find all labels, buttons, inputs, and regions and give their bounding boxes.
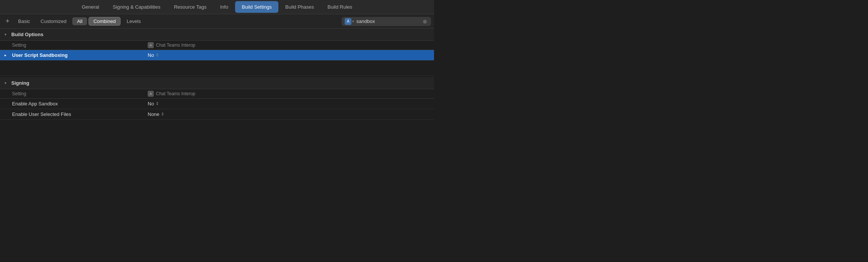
signing-chevron: ▾ <box>5 81 9 85</box>
main-content: ▾ Build Options Setting A Chat Teams Int… <box>0 29 434 131</box>
table-row[interactable]: ▸ User Script Sandboxing No ⇕ <box>0 50 434 61</box>
top-navigation: General Signing & Capabilities Resource … <box>0 0 434 14</box>
value-stepper-icon[interactable]: ⇕ <box>156 101 159 106</box>
signing-section-header[interactable]: ▾ Signing <box>0 77 434 89</box>
search-app-icon: A <box>345 18 351 25</box>
table-row[interactable]: Enable User Selected Files None ⇕ <box>0 109 434 120</box>
signing-title: Signing <box>11 80 29 86</box>
tab-signing-capabilities[interactable]: Signing & Capabilities <box>106 1 167 13</box>
build-options-chevron: ▾ <box>5 32 9 37</box>
signing-col-header-setting: Setting <box>5 91 148 96</box>
tab-resource-tags[interactable]: Resource Tags <box>167 1 213 13</box>
signing-col-header-project: A Chat Teams Interop <box>148 91 196 97</box>
tab-build-rules[interactable]: Build Rules <box>321 1 359 13</box>
tab-general[interactable]: General <box>75 1 106 13</box>
filter-basic[interactable]: Basic <box>14 17 35 25</box>
filter-combined[interactable]: Combined <box>89 17 121 26</box>
value-text: None <box>148 111 159 117</box>
build-options-col-headers: Setting A Chat Teams Interop <box>0 41 434 50</box>
tab-info[interactable]: Info <box>213 1 235 13</box>
build-options-title: Build Options <box>11 32 43 37</box>
signing-col-project-label: Chat Teams Interop <box>156 91 196 96</box>
toolbar: + Basic Customized All Combined Levels A… <box>0 14 434 29</box>
row-value: None ⇕ <box>148 111 164 117</box>
value-stepper-icon[interactable]: ⇕ <box>161 112 164 117</box>
filter-levels[interactable]: Levels <box>122 17 145 25</box>
filter-customized[interactable]: Customized <box>36 17 71 25</box>
value-stepper-icon[interactable]: ⇕ <box>156 53 159 58</box>
row-setting-name: Enable User Selected Files <box>11 111 148 117</box>
search-icon-container: A ▾ <box>345 18 354 25</box>
row-expand-icon[interactable]: ▸ <box>5 53 11 57</box>
tab-build-settings[interactable]: Build Settings <box>235 1 279 13</box>
value-text: No <box>148 101 154 107</box>
spacer-row <box>0 61 434 76</box>
search-input[interactable] <box>356 18 420 24</box>
tab-build-phases[interactable]: Build Phases <box>278 1 321 13</box>
search-dropdown-arrow[interactable]: ▾ <box>352 20 354 23</box>
value-text: No <box>148 52 154 58</box>
row-setting-name: User Script Sandboxing <box>11 52 148 58</box>
col-header-project: A Chat Teams Interop <box>148 42 196 48</box>
project-icon: A <box>148 42 154 48</box>
signing-col-headers: Setting A Chat Teams Interop <box>0 89 434 99</box>
col-project-label: Chat Teams Interop <box>156 43 196 48</box>
build-options-section-header[interactable]: ▾ Build Options <box>0 29 434 41</box>
search-container: A ▾ ⊗ <box>342 17 431 26</box>
signing-project-icon: A <box>148 91 154 97</box>
add-button[interactable]: + <box>3 17 12 26</box>
col-header-setting: Setting <box>5 43 148 48</box>
search-clear-button[interactable]: ⊗ <box>422 18 428 24</box>
row-setting-name: Enable App Sandbox <box>11 101 148 107</box>
table-row[interactable]: Enable App Sandbox No ⇕ <box>0 99 434 109</box>
row-value: No ⇕ <box>148 52 159 58</box>
filter-all[interactable]: All <box>72 17 87 25</box>
row-value: No ⇕ <box>148 101 159 107</box>
